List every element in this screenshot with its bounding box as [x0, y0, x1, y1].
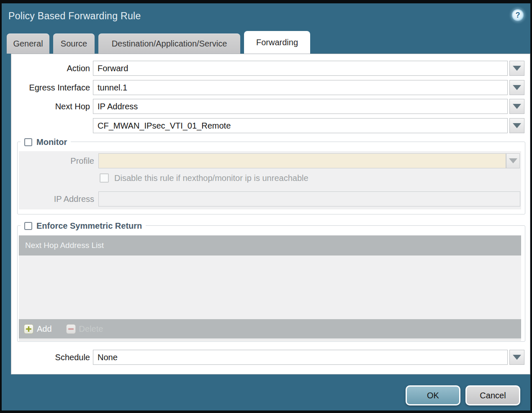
- monitor-ip-address-input: [98, 191, 520, 206]
- profile-label: Profile: [19, 153, 94, 168]
- monitor-checkbox[interactable]: [24, 138, 32, 146]
- action-label: Action: [11, 61, 90, 76]
- enforce-symmetric-return-checkbox[interactable]: [24, 222, 32, 230]
- enforce-symmetric-return-fieldset: Enforce Symmetric Return Next Hop Addres…: [17, 225, 525, 342]
- minus-icon: [66, 324, 76, 334]
- chevron-down-icon: [513, 66, 521, 71]
- next-hop-dropdown-button[interactable]: [509, 99, 524, 114]
- esr-legend: Enforce Symmetric Return: [21, 220, 146, 231]
- schedule-dropdown-button[interactable]: [509, 350, 524, 365]
- monitor-legend-label: Monitor: [36, 137, 67, 147]
- grid-body-empty: [19, 256, 521, 319]
- monitor-fieldset: Monitor Profile Disable this rule if nex…: [17, 142, 525, 214]
- action-dropdown-button[interactable]: [509, 61, 524, 76]
- delete-button: Delete: [66, 324, 103, 334]
- ok-button[interactable]: OK: [406, 385, 460, 405]
- schedule-row: Schedule None: [11, 350, 530, 365]
- chevron-down-icon: [513, 355, 521, 360]
- tab-general[interactable]: General: [7, 34, 49, 54]
- next-hop-address-row: CF_MWAN_IPsec_VTI_01_Remote: [11, 118, 530, 133]
- tab-bar: General Source Destination/Application/S…: [7, 31, 310, 54]
- esr-legend-label: Enforce Symmetric Return: [36, 221, 142, 231]
- pbf-rule-dialog: Policy Based Forwarding Rule ? General S…: [2, 3, 530, 410]
- delete-button-label: Delete: [79, 324, 103, 334]
- action-select[interactable]: Forward: [93, 61, 508, 76]
- add-button-label: Add: [37, 324, 52, 334]
- egress-interface-label: Egress Interface: [11, 80, 90, 95]
- next-hop-address-list-grid: Next Hop Address List Add Delete: [19, 235, 521, 341]
- action-row: Action Forward: [11, 61, 530, 76]
- tab-forwarding[interactable]: Forwarding: [244, 31, 310, 54]
- grid-toolbar: Add Delete: [19, 319, 521, 338]
- tab-destination-application-service[interactable]: Destination/Application/Service: [98, 34, 240, 54]
- egress-interface-select[interactable]: tunnel.1: [93, 80, 508, 95]
- next-hop-address-dropdown-button[interactable]: [509, 118, 524, 133]
- monitor-panel: Profile Disable this rule if nexthop/mon…: [19, 151, 521, 209]
- plus-icon: [24, 324, 33, 334]
- monitor-ip-address-label: IP Address: [19, 191, 94, 206]
- schedule-select[interactable]: None: [93, 350, 508, 365]
- chevron-down-icon: [513, 85, 521, 90]
- forwarding-tab-panel: Action Forward Egress Interface tunnel.1…: [11, 54, 530, 374]
- profile-select: [98, 153, 506, 168]
- chevron-down-icon: [513, 123, 521, 128]
- next-hop-address-select[interactable]: CF_MWAN_IPsec_VTI_01_Remote: [93, 118, 508, 133]
- grid-bottom-strip: [19, 338, 521, 341]
- disable-rule-label: Disable this rule if nexthop/monitor ip …: [114, 173, 308, 183]
- egress-interface-dropdown-button[interactable]: [509, 80, 524, 95]
- tab-source[interactable]: Source: [53, 34, 95, 54]
- profile-dropdown-button: [506, 153, 520, 168]
- question-glyph: ?: [516, 11, 520, 20]
- cancel-button[interactable]: Cancel: [465, 385, 520, 405]
- add-button[interactable]: Add: [24, 324, 52, 334]
- monitor-legend: Monitor: [21, 137, 71, 147]
- schedule-label: Schedule: [11, 350, 90, 365]
- dialog-title: Policy Based Forwarding Rule: [8, 10, 141, 22]
- grid-column-header: Next Hop Address List: [19, 235, 521, 256]
- next-hop-type-select[interactable]: IP Address: [93, 99, 508, 114]
- chevron-down-icon: [513, 104, 521, 109]
- chevron-down-icon: [509, 158, 517, 163]
- next-hop-row: Next Hop IP Address: [11, 99, 530, 114]
- next-hop-label: Next Hop: [11, 99, 90, 114]
- egress-interface-row: Egress Interface tunnel.1: [11, 80, 530, 95]
- disable-rule-checkbox: [100, 173, 109, 183]
- help-icon[interactable]: ?: [512, 9, 524, 21]
